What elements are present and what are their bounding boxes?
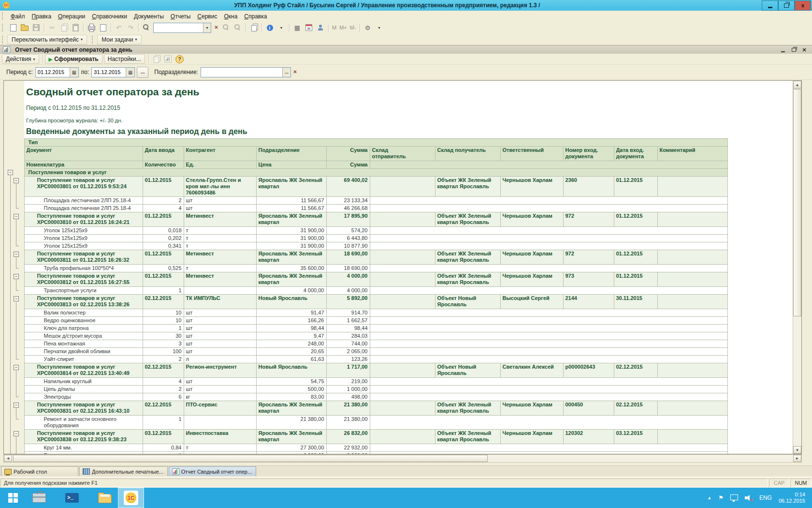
cell-department[interactable]: Ярославль ЖК Зеленый квартал	[256, 250, 326, 265]
cell-contragent[interactable]: Инвестпоставка	[184, 430, 256, 444]
item-row[interactable]: Электроды6кг83,00498,00	[4, 393, 727, 401]
doc-row[interactable]: −Поступление товаров и услугХРС00003810 …	[4, 212, 727, 227]
toolbar-grip[interactable]	[2, 24, 4, 31]
menu-item-Документы[interactable]: Документы	[130, 12, 167, 21]
group-row[interactable]: −Поступления товаров и услуг	[4, 169, 727, 177]
cell-unit[interactable]: шт	[184, 205, 256, 212]
collapse-document-icon[interactable]: −	[14, 365, 19, 370]
cell-price[interactable]: 248,00	[256, 340, 326, 348]
menu-item-Справочники[interactable]: Справочники	[88, 12, 130, 21]
item-row[interactable]: Труба профильная 100*50*40,525т35 600,00…	[4, 265, 727, 272]
copy-window-icon[interactable]	[248, 22, 259, 33]
item-row[interactable]: Уайт-спирит2л61,63123,26	[4, 356, 727, 363]
cell-quantity[interactable]: 4	[143, 378, 184, 386]
search-clear-icon[interactable]: ✕	[212, 24, 220, 32]
cell-responsible[interactable]: Чернышов Харлам	[500, 177, 563, 197]
cell-unit[interactable]: л	[184, 356, 256, 363]
memory-m-button[interactable]: M	[331, 23, 338, 32]
cell-warehouse-from[interactable]	[370, 295, 435, 309]
cell-item-sum[interactable]: 10 877,90	[326, 242, 370, 250]
header-incoming-date[interactable]: Дата вход. документа	[614, 147, 657, 161]
cell-responsible[interactable]: Высоцкий Сергей	[500, 295, 563, 309]
cell-quantity[interactable]: 30	[143, 332, 184, 340]
period-from-input[interactable]	[36, 68, 70, 77]
cell-unit[interactable]: т	[184, 265, 256, 272]
my-tasks-button[interactable]: Мои задачи ▾	[97, 35, 141, 45]
header-responsible[interactable]: Ответственный	[500, 147, 563, 161]
header-unit[interactable]: Ед.	[184, 161, 256, 169]
cell-warehouse-to[interactable]: Объект Новый Ярославль	[435, 295, 500, 309]
vertical-scroll-thumb[interactable]	[793, 89, 801, 316]
item-row[interactable]: Круг 14 мм.0,84т27 300,0022 932,00	[4, 444, 727, 452]
cut-icon[interactable]: ✂	[47, 22, 58, 33]
header-incoming-number[interactable]: Номер вход. документа	[563, 147, 614, 161]
cell-unit[interactable]: т	[184, 227, 256, 235]
cell-incoming-number[interactable]: 973	[563, 272, 614, 287]
cell-warehouse-from[interactable]	[370, 272, 435, 287]
cell-nomenclature[interactable]: Электроды	[24, 393, 143, 401]
users-icon[interactable]	[315, 22, 326, 33]
header-type[interactable]: Тип	[24, 139, 727, 147]
cell-incoming-number[interactable]: 972	[563, 250, 614, 265]
item-row[interactable]: Транспортные услуги14 000,004 000,00	[4, 287, 727, 295]
cell-quantity[interactable]: 0,341	[143, 242, 184, 250]
calendar-icon[interactable]: 31	[304, 22, 314, 33]
cell-warehouse-to[interactable]: Объект ЖК Зеленый квартал Ярославль	[435, 272, 500, 287]
cell-quantity[interactable]: 1	[143, 416, 184, 430]
item-row[interactable]: Валик полиэстер10шт91,47914,70	[4, 309, 727, 317]
cell-quantity[interactable]: 0,84	[143, 444, 184, 452]
period-to-input[interactable]	[92, 68, 126, 77]
cell-incoming-date[interactable]: 02.12.2015	[614, 363, 657, 378]
cell-nomenclature[interactable]: Транспортные услуги	[24, 452, 143, 454]
cell-quantity[interactable]: 4	[143, 205, 184, 212]
menu-item-Правка[interactable]: Правка	[29, 12, 55, 21]
horizontal-scroll-thumb[interactable]	[13, 455, 488, 462]
cell-price[interactable]: 31 900,00	[256, 227, 326, 235]
close-button[interactable]: x	[795, 0, 811, 11]
cell-item-sum[interactable]: 18 690,00	[326, 265, 370, 272]
cell-contragent[interactable]: Метинвест	[184, 212, 256, 227]
cell-item-sum[interactable]: 6 443,80	[326, 235, 370, 242]
cell-contragent[interactable]: ТК ИМПУЛЬС	[184, 295, 256, 309]
cell-unit[interactable]	[184, 416, 256, 430]
collapse-document-icon[interactable]: −	[14, 296, 19, 301]
cell-quantity[interactable]: 0,018	[143, 227, 184, 235]
print-icon[interactable]	[86, 22, 97, 33]
child-close-button[interactable]: ✕	[800, 46, 808, 53]
cell-document[interactable]: Поступление товаров и услугХРС00003811 о…	[24, 250, 143, 265]
cell-warehouse-to[interactable]: Объект ЖК Зеленый квартал Ярославль	[435, 250, 500, 265]
cell-unit[interactable]: т	[184, 235, 256, 242]
item-row[interactable]: Перчатки двойной обливки100шт20,652 065,…	[4, 348, 727, 356]
doc-row[interactable]: −Поступление товаров и услугХРС00003838 …	[4, 430, 727, 444]
cell-price[interactable]: 4 000,00	[256, 287, 326, 295]
cell-warehouse-from[interactable]	[370, 430, 435, 444]
menu-item-Файл[interactable]: Файл	[7, 12, 29, 21]
cell-warehouse-to[interactable]: Объект Новый Ярославль	[435, 363, 500, 378]
cell-quantity[interactable]: 10	[143, 317, 184, 325]
cell-price[interactable]: 31 900,00	[256, 235, 326, 242]
cell-date-entered[interactable]: 02.12.2015	[143, 363, 184, 378]
powershell-button[interactable]: >_	[59, 488, 85, 508]
cell-unit[interactable]: шт	[184, 386, 256, 393]
cell-nomenclature[interactable]: Пена монтажная	[24, 340, 143, 348]
undo-icon[interactable]: ↶	[114, 22, 124, 33]
cell-comment[interactable]	[657, 250, 727, 265]
cell-department[interactable]: Новый Ярославль	[256, 295, 326, 309]
header-department[interactable]: Подразделение	[256, 147, 326, 161]
cell-comment[interactable]	[657, 363, 727, 378]
doc-row[interactable]: −Поступление товаров и услугХРС00003811 …	[4, 250, 727, 265]
paste-icon[interactable]	[70, 22, 81, 33]
cell-department[interactable]: Ярославль ЖК Зеленый квартал	[256, 401, 326, 416]
item-row[interactable]: Уголок 125х125х90,341т31 900,0010 877,90	[4, 242, 727, 250]
cell-department[interactable]: Ярославль ЖК Зеленый квартал	[256, 177, 326, 197]
cell-item-sum[interactable]: 4 000,00	[326, 287, 370, 295]
cell-sum[interactable]: 4 000,00	[326, 272, 370, 287]
cell-nomenclature[interactable]: Напильник круглый	[24, 378, 143, 386]
menu-item-Операции[interactable]: Операции	[55, 12, 88, 21]
cell-sum[interactable]: 1 717,00	[326, 363, 370, 378]
cell-date-entered[interactable]: 02.12.2015	[143, 295, 184, 309]
cell-contragent[interactable]: Метинвест	[184, 250, 256, 265]
tray-expand-icon[interactable]: ▲	[707, 495, 711, 500]
cell-price[interactable]: 166,26	[256, 317, 326, 325]
item-row[interactable]: Цепь д/пилы2шт500,001 000,00	[4, 386, 727, 393]
